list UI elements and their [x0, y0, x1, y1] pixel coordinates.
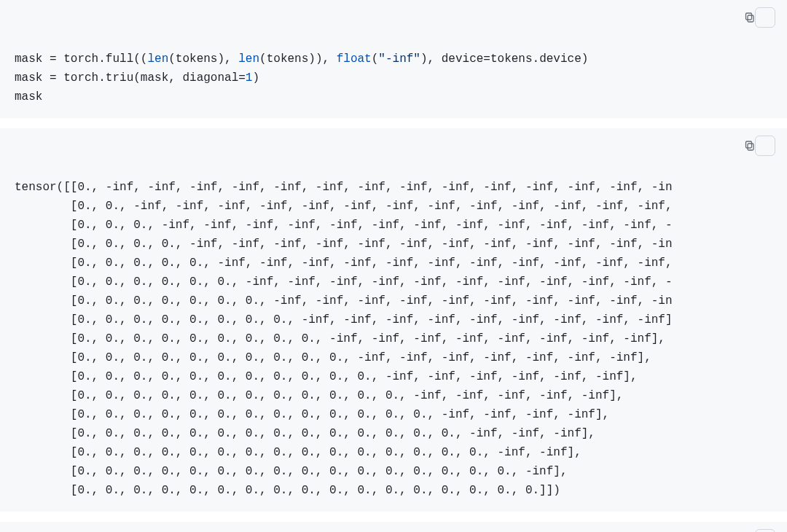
copy-icon [744, 522, 786, 532]
copy-button[interactable] [755, 529, 775, 532]
code-line: mask = torch.triu(mask, diagonal=1) [15, 71, 259, 85]
code-block-1: mask = torch.full((len(tokens), len(toke… [0, 0, 787, 118]
code-line: mask = torch.full((len(tokens), len(toke… [15, 52, 588, 66]
output-line: [0., 0., 0., 0., 0., 0., 0., 0., 0., 0.,… [15, 427, 595, 440]
output-line: [0., 0., 0., 0., 0., 0., 0., 0., 0., 0.,… [15, 484, 560, 497]
output-line: [0., 0., 0., 0., 0., 0., 0., 0., 0., -in… [15, 332, 665, 345]
copy-button[interactable] [755, 136, 775, 156]
copy-icon [744, 0, 786, 61]
copy-icon [744, 128, 786, 189]
output-line: [0., 0., 0., 0., 0., 0., 0., 0., 0., 0.,… [15, 408, 609, 421]
code-block-2: qk_per_token_after_masking = qk_per_toke… [0, 522, 787, 532]
output-line: [0., 0., 0., 0., 0., 0., 0., 0., 0., 0.,… [15, 370, 638, 383]
output-line: [0., 0., 0., 0., -inf, -inf, -inf, -inf,… [15, 238, 673, 251]
output-line: [0., 0., 0., 0., 0., 0., 0., 0., 0., 0.,… [15, 389, 623, 402]
output-line: [0., 0., 0., 0., 0., -inf, -inf, -inf, -… [15, 257, 673, 270]
output-line: tensor([[0., -inf, -inf, -inf, -inf, -in… [15, 181, 673, 194]
output-line: [0., 0., 0., 0., 0., 0., 0., 0., 0., 0.,… [15, 351, 651, 364]
output-block: tensor([[0., -inf, -inf, -inf, -inf, -in… [0, 128, 787, 512]
output-line: [0., 0., 0., 0., 0., 0., 0., 0., 0., 0.,… [15, 446, 582, 459]
copy-button[interactable] [755, 7, 775, 28]
output-line: [0., 0., 0., -inf, -inf, -inf, -inf, -in… [15, 219, 673, 232]
output-line: [0., 0., 0., 0., 0., 0., 0., 0., 0., 0.,… [15, 465, 568, 478]
output-line: [0., 0., 0., 0., 0., 0., 0., 0., -inf, -… [15, 313, 673, 326]
svg-rect-2 [748, 144, 753, 150]
output-line: [0., 0., 0., 0., 0., 0., -inf, -inf, -in… [15, 275, 673, 289]
output-line: [0., 0., 0., 0., 0., 0., 0., -inf, -inf,… [15, 294, 673, 308]
svg-rect-1 [746, 13, 752, 20]
code-line: mask [15, 90, 42, 103]
output-line: [0., 0., -inf, -inf, -inf, -inf, -inf, -… [15, 200, 673, 213]
svg-rect-3 [746, 141, 752, 148]
svg-rect-0 [748, 15, 753, 22]
